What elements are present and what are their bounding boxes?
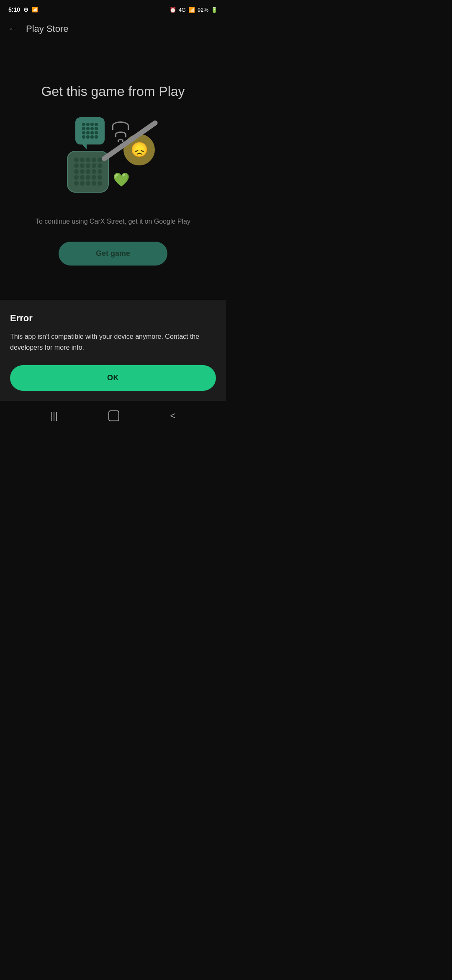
pixel-heart-icon: 💚 [113,172,130,188]
nav-bar: ||| < [0,401,226,431]
error-title: Error [10,313,216,324]
error-message: This app isn't compatible with your devi… [10,331,216,353]
top-bar: ← Play Store [0,18,226,40]
illustration: 😞 💚 [63,117,163,201]
signal-icon: 📶 [32,7,38,13]
battery-percentage: 92% [198,7,208,13]
home-button[interactable] [108,410,119,421]
home-square-icon [108,410,119,421]
network-type: 4G [179,7,186,13]
alarm-icon: ⏰ [170,7,176,13]
battery-icon: 🔋 [211,7,218,13]
subtitle-text: To continue using CarX Street, get it on… [36,216,190,227]
error-dialog: Error This app isn't compatible with you… [0,300,226,401]
back-nav-button[interactable]: < [170,410,175,421]
ok-button[interactable]: OK [10,365,216,391]
recents-button[interactable]: ||| [51,410,58,421]
speech-bubble-icon [75,117,105,144]
main-content: Get this game from Play 😞 [0,40,226,300]
promo-title: Get this game from Play [41,83,185,101]
status-bar: 5:10 ⊖ 📶 ⏰ 4G 📶 92% 🔋 [0,0,226,18]
status-right: ⏰ 4G 📶 92% 🔋 [170,7,218,13]
status-left: 5:10 ⊖ 📶 [8,6,38,13]
get-game-button[interactable]: Get game [59,242,167,266]
page-title: Play Store [26,23,69,34]
dnd-icon: ⊖ [23,6,28,13]
dot-grid-large [74,157,102,186]
dot-grid-small [82,123,98,139]
time-display: 5:10 [8,6,20,13]
signal-bars-icon: 📶 [188,7,195,13]
back-button[interactable]: ← [8,23,18,34]
